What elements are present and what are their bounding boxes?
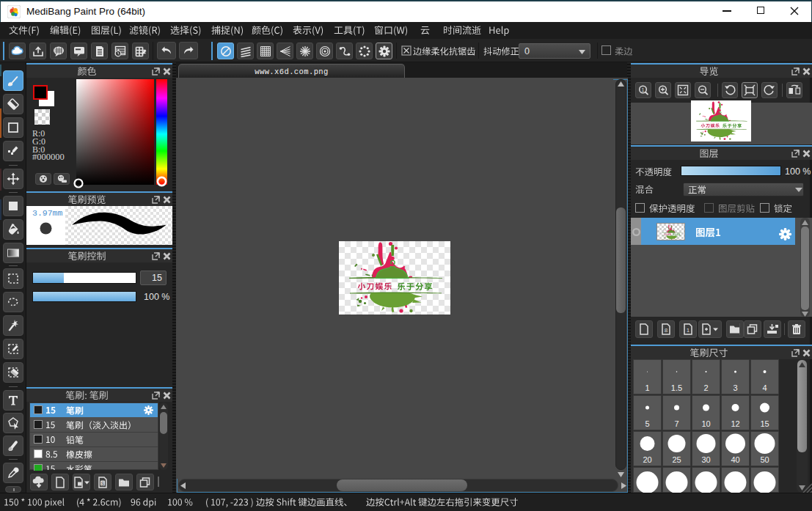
svg-text:1: 1 bbox=[687, 327, 690, 334]
svg-text:S: S bbox=[101, 480, 105, 485]
svg-text:8: 8 bbox=[665, 327, 668, 334]
svg-text:1: 1 bbox=[642, 87, 645, 92]
